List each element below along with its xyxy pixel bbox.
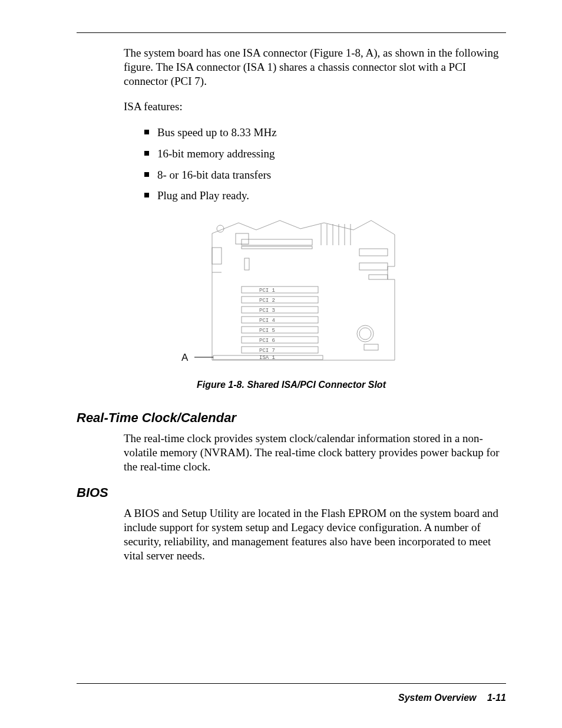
svg-rect-21: [242, 307, 318, 313]
svg-point-17: [359, 328, 371, 340]
slot-label: PCI 7: [259, 348, 275, 354]
svg-rect-15: [369, 275, 388, 279]
body-content: The system board has one ISA connector (…: [124, 46, 506, 203]
list-item: 16-bit memory addressing: [144, 147, 506, 161]
bios-body: A BIOS and Setup Utility are located in …: [124, 506, 506, 562]
rtc-heading: Real-Time Clock/Calendar: [77, 410, 506, 426]
rtc-body: The real-time clock provides system cloc…: [124, 431, 506, 473]
footer-title: System Overview: [398, 693, 477, 703]
rtc-paragraph: The real-time clock provides system cloc…: [124, 431, 506, 473]
list-item: 8- or 16-bit data transfers: [144, 168, 506, 182]
slot-label: PCI 5: [259, 328, 275, 334]
svg-rect-4: [242, 239, 312, 245]
svg-rect-25: [242, 347, 318, 353]
slot-label: PCI 4: [259, 318, 275, 324]
svg-rect-23: [242, 327, 318, 333]
slot-label: PCI 1: [259, 288, 275, 294]
svg-rect-6: [244, 258, 249, 270]
list-item: Plug and Play ready.: [144, 189, 506, 203]
bottom-rule: [77, 683, 506, 684]
slot-label: PCI 6: [259, 338, 275, 344]
page: The system board has one ISA connector (…: [0, 0, 562, 728]
slot-label: PCI 2: [259, 298, 275, 304]
svg-rect-22: [242, 317, 318, 323]
svg-rect-1: [212, 248, 222, 264]
svg-rect-5: [242, 246, 312, 249]
footer-page-number: 1-11: [487, 693, 506, 703]
figure-container: PCI 1 PCI 2 PCI 3 PCI 4 PCI 5 PCI 6 PCI …: [77, 216, 506, 371]
svg-rect-3: [236, 233, 249, 244]
svg-rect-13: [359, 249, 388, 256]
bios-paragraph: A BIOS and Setup Utility are located in …: [124, 506, 506, 562]
top-rule: [77, 32, 506, 33]
svg-rect-24: [242, 337, 318, 343]
svg-point-0: [217, 225, 224, 232]
svg-rect-20: [242, 297, 318, 303]
intro-paragraph: The system board has one ISA connector (…: [124, 46, 506, 88]
isa-features-label: ISA features:: [124, 100, 506, 114]
figure-caption: Figure 1-8. Shared ISA/PCI Connector Slo…: [77, 380, 506, 390]
svg-rect-14: [359, 263, 388, 270]
bios-heading: BIOS: [77, 485, 506, 500]
footer: System Overview 1-11: [398, 693, 506, 703]
slot-label: ISA 1: [259, 355, 275, 361]
figure-marker-a: A: [181, 352, 189, 363]
slot-label: PCI 3: [259, 308, 275, 314]
motherboard-diagram: PCI 1 PCI 2 PCI 3 PCI 4 PCI 5 PCI 6 PCI …: [177, 216, 406, 369]
isa-feature-list: Bus speed up to 8.33 MHz 16-bit memory a…: [144, 126, 506, 203]
list-item: Bus speed up to 8.33 MHz: [144, 126, 506, 140]
svg-rect-18: [364, 344, 378, 350]
svg-rect-19: [242, 286, 318, 293]
